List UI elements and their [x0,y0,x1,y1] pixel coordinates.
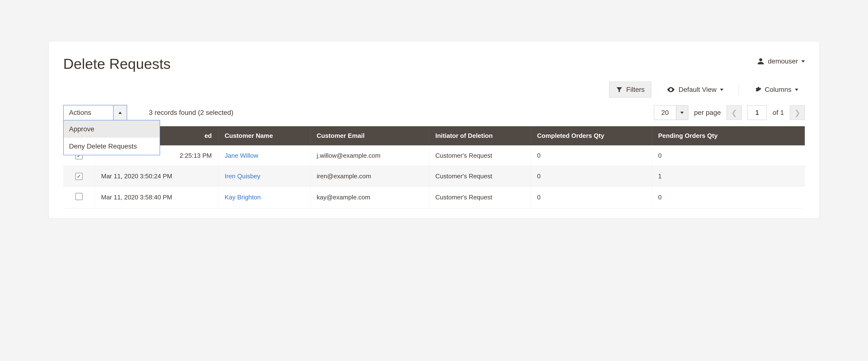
per-page-label: per page [694,109,721,117]
page-size-toggle[interactable] [676,106,688,120]
grid-toolbar: Filters Default View Columns [49,82,819,105]
records-found: 3 records found (2 selected) [149,109,234,117]
chevron-down-icon [680,112,684,114]
actions-option-approve[interactable]: Approve [64,120,160,138]
customer-link[interactable]: Kay Brighton [225,193,261,201]
gear-icon [754,86,762,93]
default-view-button[interactable]: Default View [660,82,730,98]
funnel-icon [616,86,623,93]
actions-option-deny[interactable]: Deny Delete Requests [64,138,160,155]
columns-button[interactable]: Columns [748,82,805,98]
filters-button[interactable]: Filters [609,82,651,98]
chevron-down-icon [801,60,805,62]
cell-pending-qty: 0 [652,186,805,208]
prev-page-button[interactable]: ❮ [726,106,742,120]
cell-completed-qty: 0 [531,186,652,208]
cell-customer-email: iren@example.com [310,166,429,186]
of-pages-label: of 1 [773,109,784,117]
actions-dropdown: Actions Approve Deny Delete Requests [63,105,127,120]
cell-customer-name: Jane Willow [218,145,310,166]
pagination: 20 per page ❮ of 1 ❯ [654,106,805,120]
user-name: demouser [768,57,798,65]
default-view-label: Default View [679,86,717,93]
cell-customer-email: j.willow@example.com [310,145,429,166]
table-row[interactable]: Mar 11, 2020 3:50:24 PM Iren Quisbey ire… [63,166,805,186]
cell-customer-email: kay@example.com [310,186,429,208]
row-checkbox[interactable] [75,193,83,200]
table-header-row: ed Customer Name Customer Email Initiato… [63,126,805,145]
col-header-customer-name[interactable]: Customer Name [218,126,310,145]
page-size-select[interactable]: 20 [654,106,688,120]
cell-completed-qty: 0 [531,145,652,166]
eye-icon [666,85,675,94]
topbar: Delete Requests demouser [49,56,819,82]
cell-initiator: Customer's Request [429,186,531,208]
page-size-value: 20 [654,106,676,120]
next-page-button[interactable]: ❯ [790,106,805,120]
col-header-completed-qty[interactable]: Completed Orders Qty [531,126,652,145]
actions-menu: Approve Deny Delete Requests [63,120,160,155]
cell-initiator: Customer's Request [429,166,531,186]
row-checkbox[interactable] [75,173,83,180]
actions-toggle[interactable] [113,106,127,120]
user-icon [757,58,764,65]
page-number-input[interactable] [747,106,767,120]
table-row[interactable]: Mar 11, 2020 3:58:40 PM Kay Brighton kay… [63,186,805,208]
col-header-pending-qty[interactable]: Pending Orders Qty [652,126,805,145]
col-header-initiator[interactable]: Initiator of Deletion [429,126,531,145]
table-row[interactable]: 2:25:13 PM Jane Willow j.willow@example.… [63,145,805,166]
col-header-customer-email[interactable]: Customer Email [310,126,429,145]
customer-link[interactable]: Jane Willow [225,152,258,159]
chevron-down-icon [720,89,723,91]
cell-pending-qty: 0 [652,145,805,166]
columns-label: Columns [765,86,792,93]
customer-link[interactable]: Iren Quisbey [225,173,260,180]
admin-panel: Delete Requests demouser Filters Default… [49,41,819,218]
user-menu[interactable]: demouser [757,57,805,65]
page-title: Delete Requests [63,56,171,72]
cell-date: Mar 11, 2020 3:50:24 PM [95,166,218,186]
grid-controls: Actions Approve Deny Delete Requests 3 r… [49,105,819,126]
cell-customer-name: Iren Quisbey [218,166,310,186]
cell-pending-qty: 1 [652,166,805,186]
separator [739,84,739,96]
cell-customer-name: Kay Brighton [218,186,310,208]
cell-date: Mar 11, 2020 3:58:40 PM [95,186,218,208]
actions-button-label: Actions [64,106,113,120]
chevron-up-icon [118,112,122,114]
chevron-down-icon [795,89,798,91]
filters-label: Filters [626,86,645,93]
cell-completed-qty: 0 [531,166,652,186]
requests-table: ed Customer Name Customer Email Initiato… [63,126,805,208]
cell-initiator: Customer's Request [429,145,531,166]
actions-button[interactable]: Actions [63,105,127,120]
